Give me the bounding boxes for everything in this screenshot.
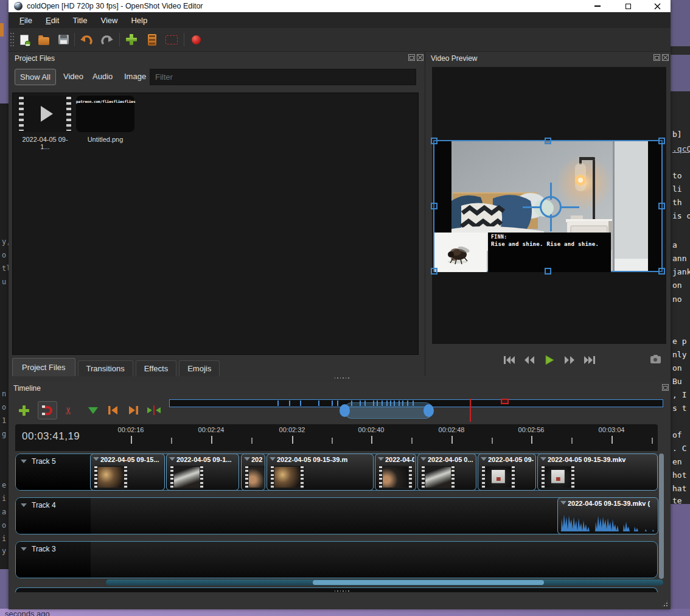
timeline-clip[interactable]: 2022-04-05 09- [478,453,536,491]
ruler-tick [652,438,653,444]
rewind-button[interactable] [521,352,537,367]
desktop-strip [671,46,690,55]
clip-label: 2022-04-05 09-15... [100,456,163,463]
minimize-button[interactable] [584,0,611,12]
undo-button[interactable] [79,32,94,47]
zoom-range-handle-right[interactable] [423,404,434,417]
chevron-down-icon[interactable] [21,503,27,507]
timeline-clip[interactable]: 2022-04-05 09-15... [90,453,165,491]
panel-splitter-horizontal[interactable] [9,374,671,382]
fast-forward-button[interactable] [562,352,577,367]
file-item-image[interactable]: patreon.com/fliesfliesflies Untitled.png [76,96,134,143]
jump-to-start-button[interactable] [501,352,517,367]
import-plus-icon [126,34,137,45]
desktop-strip [0,0,9,103]
timeline-clip[interactable]: 2022-04-05 09-1... [166,453,239,491]
timeline-clip[interactable]: 2022-04-05 09-15-39.mkv [537,453,658,491]
record-button[interactable] [189,32,203,47]
import-files-button[interactable] [124,32,139,47]
new-project-button[interactable] [17,32,32,47]
timeline-clip[interactable]: 2022-04-05 09-15-39.m [267,453,374,491]
transform-handle[interactable] [431,203,437,209]
chevron-down-icon[interactable] [540,457,546,461]
maximize-button[interactable] [615,0,641,12]
snapshot-button[interactable] [647,352,663,367]
track-header[interactable]: Track 4 [16,498,91,534]
chevron-down-icon[interactable] [244,457,250,461]
transform-handle[interactable] [658,138,665,144]
close-panel-icon[interactable] [662,54,669,61]
export-video-button[interactable] [164,32,179,47]
menu-title[interactable]: Title [66,14,93,27]
transform-handle[interactable] [431,138,437,144]
chevron-down-icon[interactable] [481,457,487,461]
play-button[interactable] [542,352,557,367]
chevron-down-icon[interactable] [21,547,27,551]
title-bar[interactable]: coldOpen [HD 720p 30 fps] - OpenShot Vid… [9,0,671,12]
track-header[interactable]: Track 5 [16,454,91,490]
razor-tool-button[interactable]: ✂ [61,401,77,419]
menu-view[interactable]: View [94,14,124,27]
transform-handle[interactable] [545,268,551,275]
filter-input[interactable] [150,69,416,85]
zoom-range-handle-left[interactable] [340,404,350,417]
chevron-down-icon[interactable] [270,457,276,461]
chevron-down-icon[interactable] [378,457,384,461]
timeline-clip[interactable]: 2022-04-05 09-15-39.mkv ( [557,497,658,534]
filter-tab-audio[interactable]: Audio [88,69,117,84]
file-item-video[interactable]: 2022-04-05 09-1... [18,96,72,150]
transform-handle[interactable] [658,203,665,209]
chevron-down-icon[interactable] [93,457,99,461]
play-overlay-icon [41,106,53,122]
close-panel-icon[interactable] [417,54,423,61]
redo-button[interactable] [100,32,114,47]
add-marker-button[interactable] [85,401,101,419]
float-panel-icon[interactable] [408,54,415,61]
bg-text-fragment: , I [672,390,686,399]
float-panel-icon[interactable] [653,54,660,61]
close-icon [654,3,661,10]
chevron-down-icon[interactable] [420,457,427,461]
video-frame[interactable]: FINN: Rise and shine. Rise and shine. [433,140,663,272]
timeline-vertical-scrollbar[interactable] [659,453,664,579]
chevron-down-icon[interactable] [169,457,175,461]
transform-handle[interactable] [658,268,665,275]
previous-marker-button[interactable] [105,401,120,419]
close-button[interactable] [644,0,671,12]
playhead-marker[interactable] [470,399,471,422]
filter-tab-image[interactable]: Image [119,69,151,84]
center-playhead-button[interactable] [146,401,162,419]
timeline-clip[interactable]: 2022-04-05 0... [417,453,476,491]
filter-tab-video[interactable]: Video [58,69,88,84]
timeline-ruler[interactable]: 00:03:41,19 00:02:16 00:02:24 00:02:32 0… [15,424,658,451]
track-header[interactable]: Track 3 [16,542,91,578]
float-panel-icon[interactable] [662,384,669,391]
next-marker-button[interactable] [125,401,141,419]
menu-edit[interactable]: Edit [40,14,65,27]
timeline-zoom-widget[interactable] [169,399,663,423]
snapping-toggle[interactable] [38,401,57,419]
chevron-down-icon[interactable] [21,460,27,463]
timeline-clip[interactable]: 202 [241,453,265,491]
filter-tab-show-all[interactable]: Show All [15,69,56,85]
jump-to-end-button[interactable] [582,352,598,367]
menu-file[interactable]: File [13,14,38,27]
open-project-button[interactable] [37,32,51,47]
transform-handle[interactable] [545,138,551,144]
timeline-clip[interactable]: 2022-04-0 [375,453,416,491]
timeline-horizontal-scrollbar[interactable] [106,579,663,586]
add-track-button[interactable] [16,401,32,419]
scrollbar-thumb[interactable] [659,453,664,579]
transform-handle[interactable] [431,268,437,275]
ruler-tick [371,436,372,444]
save-project-button[interactable] [56,32,71,47]
zoom-range-selector[interactable] [344,402,433,419]
menu-help[interactable]: Help [125,14,153,27]
clip-thumbnail [170,466,204,489]
files-list[interactable]: 2022-04-05 09-1... patreon.com/fliesflie… [12,93,419,355]
choose-profile-button[interactable] [145,32,159,47]
window-resize-grip[interactable] [661,600,669,607]
chevron-down-icon[interactable] [560,501,566,505]
toolbar-drag-handle[interactable] [10,33,14,46]
scrollbar-thumb[interactable] [313,580,544,585]
